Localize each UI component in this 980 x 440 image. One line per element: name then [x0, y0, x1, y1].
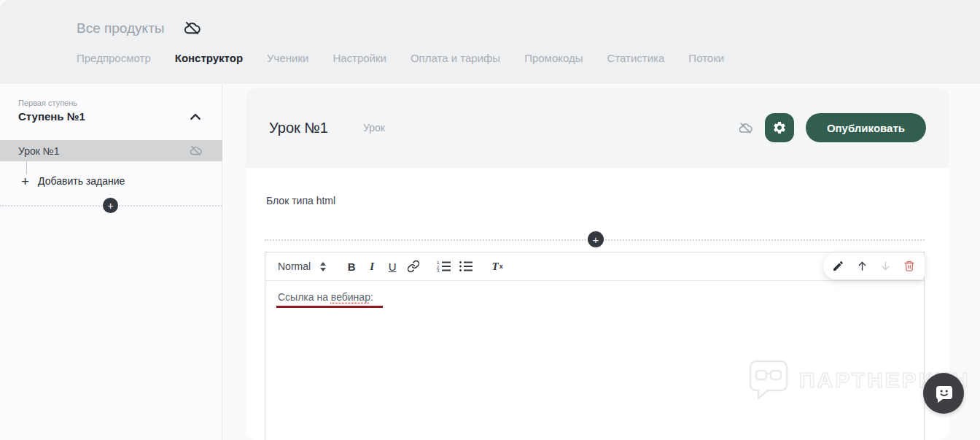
link-icon — [407, 260, 420, 273]
format-select[interactable]: Normal — [278, 260, 327, 272]
clear-formatting-button[interactable]: Tx — [489, 257, 506, 276]
add-block-button[interactable]: + — [588, 231, 604, 247]
publish-button[interactable]: Опубликовать — [806, 113, 926, 142]
course-builder-page: Все продукты Предпросмотр Конструктор Уч… — [0, 0, 980, 440]
tab-payments[interactable]: Оплата и тарифы — [411, 52, 500, 64]
format-select-value: Normal — [278, 260, 311, 272]
lesson-type-label: Урок — [363, 122, 385, 134]
plus-icon: + — [21, 174, 29, 188]
lesson-item-label: Урок №1 — [18, 145, 60, 157]
bold-button[interactable]: B — [343, 257, 360, 276]
top-header: Все продукты Предпросмотр Конструктор Уч… — [0, 0, 980, 84]
edit-block-button[interactable] — [830, 258, 847, 275]
bullet-list-button[interactable] — [456, 257, 475, 276]
add-step-button[interactable]: + — [103, 198, 118, 213]
text-suffix: : — [370, 291, 373, 303]
tab-preview[interactable]: Предпросмотр — [77, 52, 151, 64]
cloud-off-icon — [184, 20, 201, 36]
gear-icon — [772, 120, 787, 135]
italic-button[interactable]: I — [363, 257, 381, 276]
cloud-off-icon — [739, 121, 752, 135]
step-group-label: Первая ступень — [18, 99, 77, 107]
misspelled-word: вебинар — [331, 291, 370, 303]
move-block-up-button[interactable] — [853, 258, 871, 275]
chat-widget-button[interactable] — [923, 373, 964, 414]
add-task-button[interactable]: + Добавить задание — [0, 169, 222, 193]
tab-statistics[interactable]: Статистика — [607, 52, 665, 64]
html-block-editor: Normal B I U — [265, 252, 925, 440]
tab-students[interactable]: Ученики — [267, 52, 308, 64]
trash-icon — [903, 260, 915, 272]
step-title[interactable]: Ступень №1 — [18, 110, 85, 123]
ordered-list-button[interactable]: 1. 2. 3. — [435, 257, 454, 276]
editor-content[interactable]: Ссылка на вебинар: — [265, 281, 924, 318]
move-block-down-button[interactable] — [877, 258, 895, 275]
tab-settings[interactable]: Настройки — [332, 52, 386, 64]
ordered-list-icon: 1. 2. 3. — [437, 260, 451, 273]
html-block-label: Блок типа html — [266, 195, 335, 207]
select-arrows-icon — [319, 261, 327, 272]
clear-formatting-x: x — [499, 263, 503, 270]
course-structure-sidebar: Первая ступень Ступень №1 Урок №1 + Доба… — [0, 84, 222, 440]
lesson-header-actions: Опубликовать — [739, 113, 926, 142]
lesson-body: Блок типа html + Normal B I U — [246, 168, 949, 440]
chevron-up-icon[interactable] — [190, 112, 201, 122]
lesson-settings-button[interactable] — [765, 113, 794, 142]
delete-block-button[interactable] — [901, 258, 918, 275]
link-button[interactable] — [405, 257, 422, 276]
editor-text-line: Ссылка на вебинар: — [278, 291, 911, 303]
product-selector-row: Все продукты — [77, 20, 201, 36]
sidebar-lesson-item[interactable]: Урок №1 — [0, 140, 222, 161]
all-products-selector[interactable]: Все продукты — [77, 20, 165, 36]
editor-toolbar: Normal B I U — [265, 252, 924, 281]
bullet-list-icon — [459, 260, 473, 273]
underline-button[interactable]: U — [384, 257, 401, 276]
lesson-editor-card: Урок №1 Урок Опубликовать Блок типа html… — [246, 88, 949, 440]
tab-constructor[interactable]: Конструктор — [175, 52, 243, 64]
cloud-off-icon — [190, 144, 202, 157]
arrow-down-icon — [879, 260, 892, 272]
clear-formatting-t: T — [492, 260, 499, 273]
red-underline-rule — [276, 306, 383, 308]
text-prefix: Ссылка на — [278, 291, 331, 303]
arrow-up-icon — [856, 260, 868, 272]
block-actions-toolbar — [823, 252, 925, 279]
lesson-title[interactable]: Урок №1 — [269, 120, 328, 136]
product-tabs: Предпросмотр Конструктор Ученики Настрой… — [77, 52, 724, 64]
chat-smiley-icon — [933, 382, 954, 404]
lesson-header: Урок №1 Урок Опубликовать — [246, 88, 949, 168]
svg-text:3.: 3. — [437, 269, 440, 273]
pencil-icon — [832, 260, 844, 272]
add-task-label: Добавить задание — [38, 175, 125, 187]
tab-streams[interactable]: Потоки — [688, 52, 724, 64]
tab-promocodes[interactable]: Промокоды — [524, 52, 583, 64]
